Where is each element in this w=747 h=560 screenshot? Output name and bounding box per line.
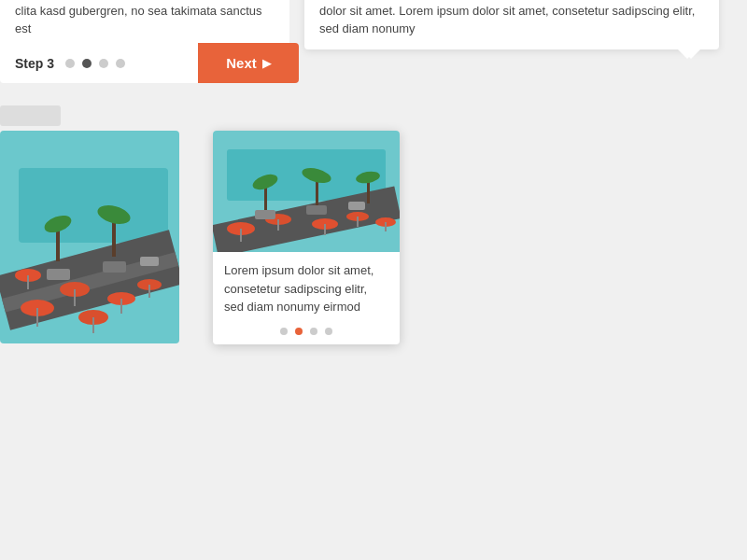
svg-rect-41: [385, 222, 387, 231]
next-button[interactable]: Next ▶: [198, 43, 299, 83]
svg-rect-19: [92, 317, 94, 333]
svg-rect-37: [324, 224, 326, 235]
svg-rect-44: [348, 202, 365, 210]
card-dot-1: [280, 328, 288, 335]
card-2-image: [213, 131, 400, 252]
step-dot-2: [82, 59, 92, 68]
svg-rect-9: [36, 308, 38, 327]
svg-rect-21: [103, 261, 126, 273]
image-card-2: Lorem ipsum dolor sit amet, consetetur s…: [213, 131, 400, 344]
card-dot-2: [295, 328, 303, 335]
svg-rect-42: [255, 210, 275, 219]
small-button[interactable]: [0, 105, 61, 126]
svg-rect-22: [140, 257, 159, 266]
svg-rect-13: [120, 299, 122, 314]
beach-image-1: [0, 131, 179, 343]
tooltip-arrow: [678, 49, 697, 59]
step-label: Step 3: [15, 56, 54, 71]
top-left-text: accusam et justo duo dolores et ea rebum…: [15, 0, 269, 35]
svg-rect-15: [148, 285, 150, 298]
next-label: Next: [226, 55, 257, 71]
svg-rect-1: [19, 168, 168, 243]
svg-rect-11: [74, 289, 76, 306]
svg-rect-20: [47, 269, 70, 280]
svg-rect-33: [240, 229, 242, 242]
top-right-card: Stet clita kasd gubergren, no sea takima…: [304, 0, 719, 49]
card-dot-4: [325, 328, 332, 335]
next-arrow-icon: ▶: [262, 57, 271, 70]
card-2-text-area: Lorem ipsum dolor sit amet, consetetur s…: [213, 252, 400, 320]
image-card-1: [0, 131, 179, 343]
svg-rect-17: [27, 275, 29, 289]
step-dot-1: [65, 59, 75, 68]
svg-rect-43: [306, 205, 327, 215]
svg-rect-39: [357, 217, 359, 227]
step-bar: Step 3: [0, 43, 199, 83]
top-left-card: accusam et justo duo dolores et ea rebum…: [0, 0, 289, 49]
top-right-text: Stet clita kasd gubergren, no sea takima…: [319, 0, 695, 35]
step-dot-4: [116, 59, 125, 68]
svg-rect-35: [277, 219, 279, 231]
beach-image-2: [213, 131, 400, 252]
card-dot-3: [310, 328, 317, 335]
card-2-dots: [213, 320, 400, 344]
step-dot-3: [99, 59, 108, 68]
step-dots: [65, 59, 125, 68]
card-2-text: Lorem ipsum dolor sit amet, consetetur s…: [224, 261, 388, 316]
